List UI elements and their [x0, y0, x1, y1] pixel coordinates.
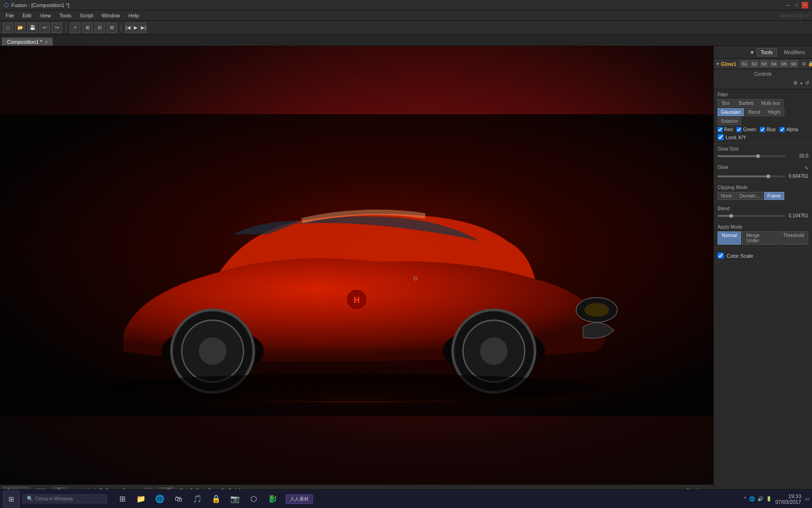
btn-s6[interactable]: S6 [789, 60, 798, 67]
titlebar: ⬡ Fusion - [Composition1 *] — □ × [0, 0, 812, 10]
menu-view[interactable]: View [36, 12, 55, 19]
checkbox-color-scale[interactable] [718, 253, 724, 259]
filter-bartlett[interactable]: Bartlett [735, 99, 757, 107]
blend-thumb[interactable] [729, 214, 733, 218]
toolbar-undo[interactable]: ↩ [39, 23, 50, 33]
toolbar-play[interactable]: ▶ [133, 23, 139, 33]
app-unknown1[interactable]: ⬡ [245, 491, 262, 508]
panel-icon-2[interactable]: ⬧ [800, 80, 803, 86]
toolbar-quad[interactable]: ⊞ [107, 23, 117, 33]
toolbar-redo[interactable]: ↪ [52, 23, 62, 33]
app-unknown2[interactable]: 🐉 [264, 491, 281, 508]
btn-s1[interactable]: S1 [740, 60, 749, 67]
glow-track[interactable] [718, 175, 785, 177]
btn-s2[interactable]: S2 [750, 60, 758, 67]
glow-thumb[interactable] [766, 175, 770, 178]
start-button[interactable]: ⊞ [3, 491, 20, 508]
glow-size-value: 20.0 [787, 153, 808, 159]
menu-file[interactable]: File [2, 12, 18, 19]
app-store[interactable]: 🛍 [170, 491, 187, 508]
toolbar-add[interactable]: + [70, 23, 80, 33]
btn-s5[interactable]: S5 [780, 60, 788, 67]
blend-section: Blend 0.104761 [714, 203, 812, 222]
filter-blend[interactable]: Blend [745, 108, 764, 116]
checkbox-lock-xy[interactable] [718, 134, 724, 140]
tray-chevron[interactable]: ^ [744, 496, 746, 501]
search-label: Cerca in Windows [35, 496, 73, 501]
menu-tools[interactable]: Tools [55, 12, 75, 19]
app-security[interactable]: 🔒 [208, 491, 225, 508]
taskbar-fusion-active[interactable]: 人人素材 [286, 494, 313, 504]
maximize-button[interactable]: □ [793, 2, 800, 8]
menu-edit[interactable]: Edit [19, 12, 35, 19]
tray-show-desktop[interactable]: ▭ [805, 496, 809, 501]
app-camera[interactable]: 📷 [226, 491, 243, 508]
checkbox-alpha[interactable] [780, 127, 785, 132]
glow1-lock-icon[interactable]: 🔒 [808, 61, 812, 66]
tray-network[interactable]: 🌐 [749, 496, 755, 501]
viewer[interactable]: 人人素材区 人人素材区 人人素材区 人人素材区 人人素材区 人人素材区 人人素材… [0, 46, 713, 484]
menu-help[interactable]: Help [125, 12, 143, 19]
apply-threshold[interactable]: Threshold [779, 231, 808, 245]
composition-tab[interactable]: Composition1 * × [2, 38, 53, 46]
apply-merge-under[interactable]: Merge Under [742, 231, 778, 245]
panel-icon-3[interactable]: ↺ [805, 80, 809, 86]
glow-size-section: Glow Size 20.0 [714, 143, 812, 162]
blend-track[interactable] [718, 215, 785, 217]
blend-label: Blend [718, 206, 808, 211]
checkbox-blue[interactable] [760, 127, 765, 132]
tab-modifiers[interactable]: Modifiers [780, 48, 809, 56]
tray-battery[interactable]: 🔋 [766, 496, 772, 501]
toolbar-save[interactable]: 💾 [27, 23, 38, 33]
toolbar-prev-frame[interactable]: |◀ [125, 23, 132, 33]
checkbox-red[interactable] [718, 127, 723, 132]
titlebar-title: Fusion - [Composition1 *] [11, 2, 70, 8]
check-alpha: Alpha [780, 127, 798, 132]
tab-close-btn[interactable]: × [45, 40, 48, 45]
clipping-frame[interactable]: Frame [764, 192, 784, 200]
clipping-domain[interactable]: Domain... [736, 192, 763, 200]
app-task-view[interactable]: ⊞ [114, 491, 131, 508]
app-music[interactable]: 🎵 [189, 491, 206, 508]
clipping-none[interactable]: None [718, 192, 735, 200]
toolbar: □ 📂 💾 ↩ ↪ + ⊞ ⊟ ⊞ |◀ ▶ ▶| [0, 21, 812, 35]
glow-edit-icon[interactable]: ✎ [804, 166, 808, 171]
toolbar-open[interactable]: 📂 [15, 23, 25, 33]
toolbar-next-frame[interactable]: ▶| [140, 23, 147, 33]
glow-size-label: Glow Size [718, 146, 808, 151]
system-clock[interactable]: 19:33 07/03/2017 [775, 493, 801, 505]
minimize-button[interactable]: — [785, 2, 791, 8]
right-panel-collapse-btn[interactable]: ▾ [750, 48, 754, 56]
toolbar-new[interactable]: □ [3, 23, 13, 33]
tab-tools[interactable]: Tools [757, 48, 777, 56]
btn-s3[interactable]: S3 [760, 60, 768, 67]
glow1-expand-icon[interactable]: ▾ [717, 61, 719, 66]
filter-hilight[interactable]: Hilight [765, 108, 784, 116]
apply-normal[interactable]: Normal [718, 231, 741, 245]
menu-script[interactable]: Script [76, 12, 97, 19]
tray-volume[interactable]: 🔊 [757, 496, 763, 501]
checkbox-green[interactable] [736, 127, 742, 132]
svg-point-9 [480, 337, 508, 365]
glow1-settings-icon[interactable]: ⚙ [802, 61, 806, 66]
toolbar-grid[interactable]: ⊞ [82, 23, 93, 33]
filter-multibox[interactable]: Multi-box [758, 99, 784, 107]
filter-solarize[interactable]: Solarize [718, 117, 741, 125]
menubar: File Edit View Tools Script Window Help … [0, 10, 812, 21]
glow-size-track[interactable] [718, 155, 785, 157]
check-red: Red [718, 127, 733, 132]
toolbar-split[interactable]: ⊟ [94, 23, 105, 33]
btn-s4[interactable]: S4 [770, 60, 778, 67]
menu-window[interactable]: Window [98, 12, 124, 19]
glow-size-thumb[interactable] [756, 154, 760, 158]
filter-gaussian[interactable]: Gaussian [718, 108, 744, 116]
titlebar-controls[interactable]: — □ × [785, 2, 808, 8]
check-green: Green [736, 127, 756, 132]
close-button[interactable]: × [802, 2, 808, 8]
panel-icon-1[interactable]: ⚙ [793, 80, 798, 86]
app-file-explorer[interactable]: 📁 [133, 491, 149, 508]
taskbar-search[interactable]: 🔍 Cerca in Windows [23, 494, 107, 503]
app-browser[interactable]: 🌐 [151, 491, 168, 508]
color-scale-row: Color Scale [718, 253, 808, 259]
filter-box[interactable]: Box [718, 99, 734, 107]
